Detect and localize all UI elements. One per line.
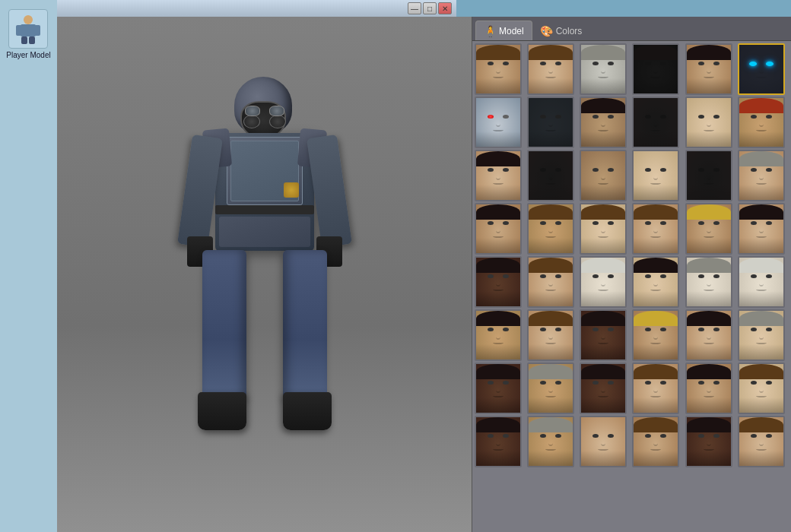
model-cell[interactable]: [527, 363, 574, 414]
face-portrait: [529, 45, 573, 93]
model-cell[interactable]: [685, 363, 732, 414]
face-portrait: [529, 204, 573, 253]
model-cell[interactable]: [580, 43, 627, 95]
model-cell[interactable]: [685, 256, 732, 308]
model-cell[interactable]: [475, 97, 522, 148]
face-portrait: [581, 98, 625, 147]
face-portrait: [687, 364, 731, 413]
face-portrait: [529, 98, 573, 147]
face-portrait: [687, 45, 731, 93]
face-portrait: [476, 311, 520, 359]
model-cell[interactable]: [475, 363, 522, 414]
model-cell[interactable]: [632, 363, 679, 414]
character-leg-right: [283, 250, 327, 398]
face-portrait: [687, 98, 731, 147]
model-cell[interactable]: [632, 203, 679, 255]
model-cell[interactable]: [527, 256, 574, 308]
model-cell[interactable]: [685, 203, 732, 255]
tab-bar: 🧍 Model 🎨 Colors: [472, 17, 791, 41]
face-portrait: [529, 311, 573, 359]
face-portrait: [634, 258, 678, 306]
model-tab-icon: 🧍: [484, 25, 496, 37]
model-grid-container[interactable]: [472, 41, 791, 532]
model-cell[interactable]: [527, 97, 574, 148]
model-cell[interactable]: [580, 363, 627, 414]
model-cell[interactable]: [580, 203, 627, 255]
model-cell[interactable]: [738, 150, 785, 201]
face-portrait: [476, 98, 520, 147]
close-button[interactable]: ✕: [438, 2, 452, 14]
model-cell[interactable]: [738, 203, 785, 255]
model-cell[interactable]: [527, 203, 574, 255]
model-cell[interactable]: [527, 150, 574, 201]
model-cell[interactable]: [475, 43, 522, 95]
face-portrait: [739, 204, 783, 253]
model-grid: [472, 41, 791, 470]
face-portrait: [634, 98, 678, 147]
character-leg-left: [202, 250, 246, 398]
svg-rect-1: [21, 24, 36, 36]
model-cell[interactable]: [632, 416, 679, 467]
face-portrait: [687, 204, 731, 253]
face-portrait: [739, 311, 783, 359]
player-model-icon: [8, 9, 48, 49]
face-portrait: [476, 364, 520, 413]
player-model-window: Player Model — □ ✕ Player Model: [0, 0, 791, 532]
minimize-button[interactable]: —: [408, 2, 421, 14]
model-cell[interactable]: [685, 97, 732, 148]
model-cell[interactable]: [632, 309, 679, 361]
model-cell[interactable]: [580, 150, 627, 201]
model-cell[interactable]: [527, 309, 574, 361]
model-cell[interactable]: [738, 363, 785, 414]
character-model: [181, 77, 348, 472]
model-cell[interactable]: [527, 43, 574, 95]
model-cell[interactable]: [738, 256, 785, 308]
model-cell[interactable]: [738, 309, 785, 361]
face-portrait: [476, 417, 520, 466]
model-cell[interactable]: [475, 309, 522, 361]
sidebar: Player Model: [0, 0, 57, 532]
face-portrait: [529, 151, 573, 200]
face-portrait: [476, 258, 520, 306]
model-cell[interactable]: [475, 203, 522, 255]
model-cell[interactable]: [685, 309, 732, 361]
colors-tab-icon: 🎨: [541, 25, 553, 37]
model-cell[interactable]: [632, 43, 679, 95]
model-cell[interactable]: [580, 97, 627, 148]
model-cell[interactable]: [738, 416, 785, 467]
face-portrait: [687, 151, 731, 200]
face-portrait: [581, 364, 625, 413]
model-cell[interactable]: [632, 256, 679, 308]
model-cell[interactable]: [738, 43, 785, 95]
model-cell[interactable]: [685, 43, 732, 95]
model-cell[interactable]: [685, 150, 732, 201]
tab-colors[interactable]: 🎨 Colors: [532, 21, 591, 40]
model-cell[interactable]: [475, 150, 522, 201]
sidebar-item-player-model[interactable]: Player Model: [3, 6, 53, 62]
svg-rect-4: [21, 36, 27, 44]
svg-rect-0: [24, 15, 33, 24]
face-portrait: [687, 311, 731, 359]
character-head: [234, 77, 295, 138]
face-portrait: [634, 151, 678, 200]
model-cell[interactable]: [475, 416, 522, 467]
model-cell[interactable]: [580, 416, 627, 467]
face-portrait: [739, 45, 783, 93]
model-cell[interactable]: [580, 309, 627, 361]
model-cell[interactable]: [527, 416, 574, 467]
tab-model[interactable]: 🧍 Model: [475, 21, 532, 40]
svg-rect-2: [16, 25, 22, 36]
face-portrait: [529, 417, 573, 466]
model-cell[interactable]: [580, 256, 627, 308]
character-boot-right: [283, 392, 332, 430]
model-cell[interactable]: [685, 416, 732, 467]
model-cell[interactable]: [738, 97, 785, 148]
character-boot-left: [198, 392, 246, 430]
face-portrait: [634, 417, 678, 466]
face-portrait: [581, 151, 625, 200]
window-titlebar: Player Model — □ ✕: [0, 0, 456, 17]
model-cell[interactable]: [475, 256, 522, 308]
model-cell[interactable]: [632, 150, 679, 201]
maximize-button[interactable]: □: [423, 2, 437, 14]
model-cell[interactable]: [632, 97, 679, 148]
